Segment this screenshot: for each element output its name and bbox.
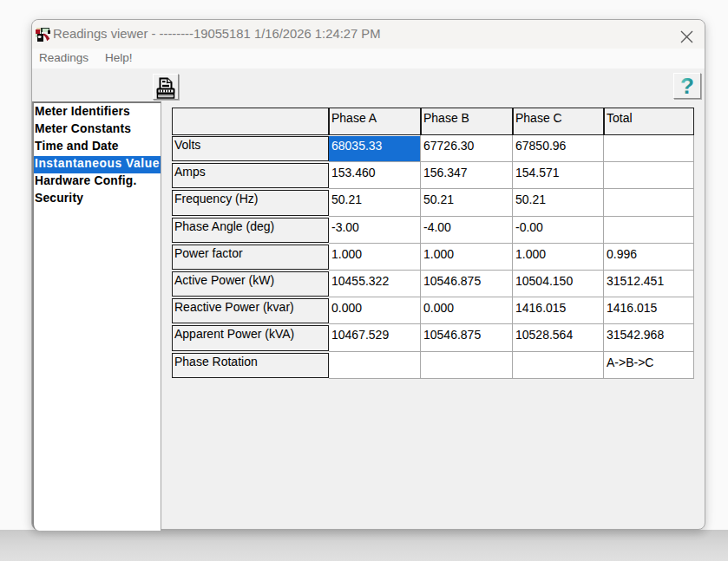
svg-text:?: ? <box>680 74 694 98</box>
